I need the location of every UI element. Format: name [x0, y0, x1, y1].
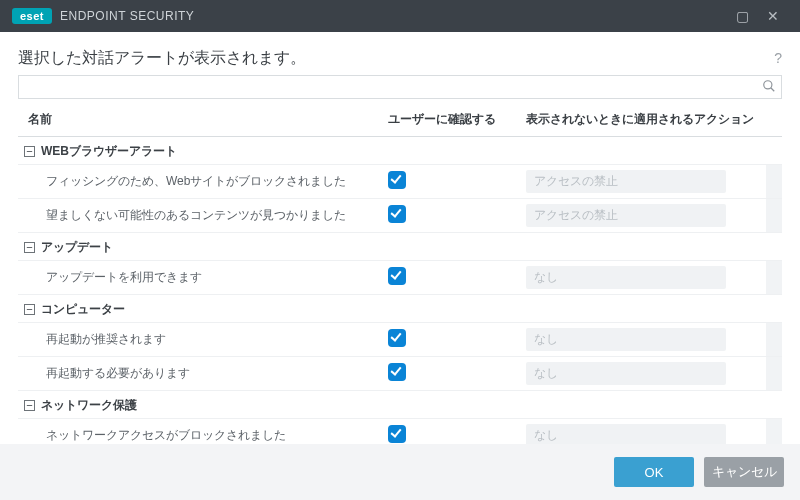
collapse-icon[interactable]: − [24, 242, 35, 253]
ask-user-checkbox[interactable] [388, 171, 406, 189]
window-close-icon[interactable]: ✕ [758, 8, 788, 24]
group-row[interactable]: −コンピューター [18, 295, 782, 323]
ask-user-checkbox[interactable] [388, 425, 406, 443]
col-name[interactable]: 名前 [18, 103, 378, 137]
table-row[interactable]: 再起動する必要がありますなし [18, 357, 782, 391]
brand-badge: eset [12, 8, 52, 24]
group-row[interactable]: −ネットワーク保護 [18, 391, 782, 419]
action-dropdown[interactable]: なし [526, 266, 726, 289]
col-ask-user[interactable]: ユーザーに確認する [378, 103, 516, 137]
group-label: WEBブラウザーアラート [41, 144, 177, 158]
table-row[interactable]: アップデートを利用できますなし [18, 261, 782, 295]
action-dropdown[interactable]: アクセスの禁止 [526, 170, 726, 193]
titlebar: eset ENDPOINT SECURITY ▢ ✕ [0, 0, 800, 32]
ok-button[interactable]: OK [614, 457, 694, 487]
group-label: ネットワーク保護 [41, 398, 137, 412]
action-dropdown[interactable]: アクセスの禁止 [526, 204, 726, 227]
window-maximize-icon[interactable]: ▢ [728, 8, 758, 24]
item-name: 望ましくない可能性のあるコンテンツが見つかりました [18, 199, 378, 233]
search-input[interactable] [18, 75, 782, 99]
item-name: 再起動が推奨されます [18, 323, 378, 357]
product-name: ENDPOINT SECURITY [60, 9, 194, 23]
table-row[interactable]: 望ましくない可能性のあるコンテンツが見つかりましたアクセスの禁止 [18, 199, 782, 233]
ask-user-checkbox[interactable] [388, 205, 406, 223]
help-icon[interactable]: ? [774, 48, 782, 69]
col-action[interactable]: 表示されないときに適用されるアクション [516, 103, 766, 137]
collapse-icon[interactable]: − [24, 304, 35, 315]
ask-user-checkbox[interactable] [388, 363, 406, 381]
group-row[interactable]: −WEBブラウザーアラート [18, 137, 782, 165]
item-name: アップデートを利用できます [18, 261, 378, 295]
table-row[interactable]: 再起動が推奨されますなし [18, 323, 782, 357]
cancel-button[interactable]: キャンセル [704, 457, 784, 487]
ask-user-checkbox[interactable] [388, 329, 406, 347]
alerts-table: 名前 ユーザーに確認する 表示されないときに適用されるアクション −WEBブラウ… [18, 103, 782, 487]
table-row[interactable]: フィッシングのため、Webサイトがブロックされましたアクセスの禁止 [18, 165, 782, 199]
item-name: 再起動する必要があります [18, 357, 378, 391]
group-label: アップデート [41, 240, 113, 254]
group-label: コンピューター [41, 302, 125, 316]
action-dropdown[interactable]: なし [526, 362, 726, 385]
item-name: フィッシングのため、Webサイトがブロックされました [18, 165, 378, 199]
action-dropdown[interactable]: なし [526, 328, 726, 351]
ask-user-checkbox[interactable] [388, 267, 406, 285]
dialog-title: 選択した対話アラートが表示されます。 [18, 48, 774, 69]
vertical-scrollbar[interactable] [766, 103, 782, 137]
collapse-icon[interactable]: − [24, 400, 35, 411]
dialog-footer: OK キャンセル [0, 444, 800, 500]
group-row[interactable]: −アップデート [18, 233, 782, 261]
collapse-icon[interactable]: − [24, 146, 35, 157]
